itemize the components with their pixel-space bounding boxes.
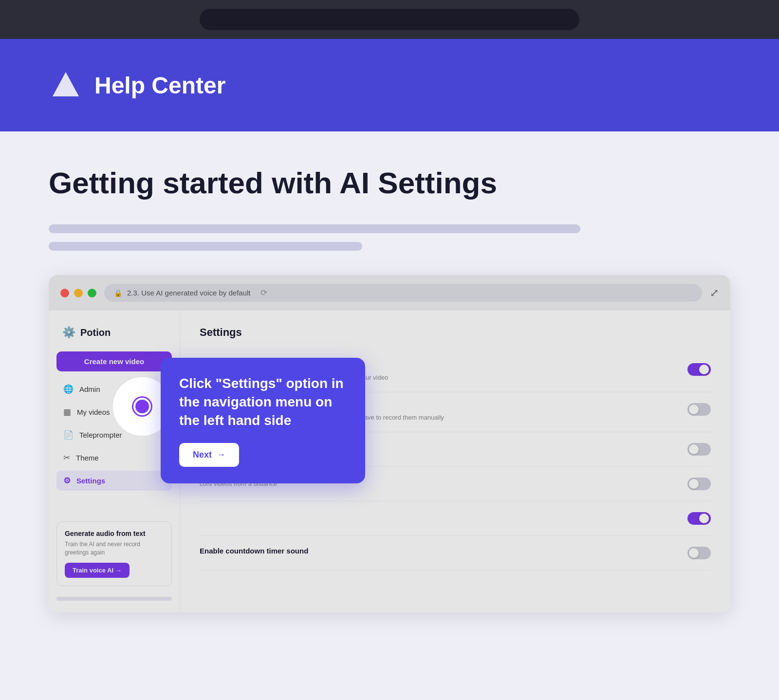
tooltip-bubble: Click "Settings" option in the navigatio… <box>161 358 365 483</box>
settings-icon: ⚙ <box>63 476 71 486</box>
svg-marker-0 <box>53 72 79 96</box>
browser-window: 🔒 2.3. Use AI generated voice by default… <box>49 275 730 612</box>
potion-logo-icon: ⚙️ <box>62 326 75 339</box>
setting-item-countdown: Enable countdown timer sound <box>200 536 711 571</box>
settings-heading: Settings <box>200 326 711 339</box>
skeleton-bar-long <box>49 224 580 233</box>
theme-icon: ✂ <box>63 453 70 463</box>
browser-address-bar <box>200 9 579 30</box>
toggle-misc[interactable] <box>687 512 711 525</box>
sidebar-item-myvideos-label: My videos <box>77 408 110 416</box>
admin-icon: 🌐 <box>63 384 74 394</box>
toggle-track-wpm[interactable] <box>687 443 711 456</box>
toggle-ai-voice[interactable] <box>687 403 711 416</box>
setting-info-countdown: Enable countdown timer sound <box>200 547 308 557</box>
sidebar-logo: ⚙️ Potion <box>56 322 172 343</box>
traffic-light-yellow[interactable] <box>74 289 83 297</box>
traffic-light-red[interactable] <box>60 289 69 297</box>
browser-chrome: 🔒 2.3. Use AI generated voice by default… <box>49 275 730 311</box>
toggle-track-misc[interactable] <box>687 512 711 525</box>
toggle-thumb-subtitles <box>699 365 709 374</box>
help-logo-icon <box>49 68 83 102</box>
skeleton-bar-medium <box>49 242 362 251</box>
sidebar-card-desc: Train the AI and never record greetings … <box>65 540 164 557</box>
next-label: Next <box>193 450 212 460</box>
traffic-lights <box>60 289 96 297</box>
sidebar-item-teleprompter-label: Teleprompter <box>79 431 122 439</box>
sidebar-bottom-card <box>56 597 172 601</box>
spotlight-dot <box>133 398 151 415</box>
url-bar: 🔒 2.3. Use AI generated voice by default… <box>104 284 702 302</box>
toggle-thumb-wpm <box>689 444 699 454</box>
expand-icon[interactable]: ⤢ <box>710 287 719 299</box>
lock-icon: 🔒 <box>114 289 122 297</box>
sidebar-card: Generate audio from text Train the AI an… <box>56 521 172 586</box>
page-title: Getting started with AI Settings <box>49 166 730 200</box>
tooltip-text: Click "Settings" option in the navigatio… <box>179 374 347 429</box>
main-content: Getting started with AI Settings 🔒 2.3. … <box>0 131 779 700</box>
toggle-distance[interactable] <box>687 478 711 490</box>
setting-label-countdown: Enable countdown timer sound <box>200 547 308 555</box>
sidebar-card-title: Generate audio from text <box>65 530 164 537</box>
arrow-right-icon: → <box>217 450 225 460</box>
toggle-wpm[interactable] <box>687 443 711 456</box>
myvideos-icon: ▦ <box>63 407 71 417</box>
toggle-track-countdown[interactable] <box>687 547 711 559</box>
toggle-thumb-countdown <box>689 548 699 558</box>
toggle-track-distance[interactable] <box>687 478 711 490</box>
url-text: 2.3. Use AI generated voice by default <box>127 289 251 297</box>
sidebar-item-theme-label: Theme <box>76 454 99 462</box>
next-button[interactable]: Next → <box>179 443 239 467</box>
toggle-thumb-distance <box>689 479 699 489</box>
sidebar-item-theme[interactable]: ✂ Theme <box>56 448 172 468</box>
create-video-button[interactable]: Create new video <box>56 351 172 371</box>
potion-logo-text: Potion <box>80 327 111 338</box>
toggle-thumb-misc <box>699 514 709 523</box>
sidebar-item-admin-label: Admin <box>79 385 100 393</box>
teleprompter-icon: 📄 <box>63 430 74 440</box>
browser-bar <box>0 0 779 39</box>
train-voice-button[interactable]: Train voice AI → <box>65 563 130 578</box>
toggle-thumb-ai-voice <box>689 405 699 414</box>
toggle-track-ai-voice[interactable] <box>687 403 711 416</box>
toggle-countdown[interactable] <box>687 547 711 559</box>
help-logo-container: Help Center <box>49 68 225 102</box>
sidebar-item-settings-label: Settings <box>76 477 105 485</box>
refresh-icon[interactable]: ⟳ <box>260 288 267 298</box>
setting-item-misc <box>200 501 711 536</box>
traffic-light-green[interactable] <box>88 289 96 297</box>
sidebar-item-settings[interactable]: ⚙ Settings <box>56 471 172 491</box>
toggle-subtitles[interactable] <box>687 363 711 376</box>
app-inner: ⚙️ Potion Create new video 🌐 Admin ▦ My … <box>49 311 730 612</box>
help-center-header: Help Center <box>0 39 779 131</box>
toggle-track-subtitles[interactable] <box>687 363 711 376</box>
help-center-title: Help Center <box>94 72 225 99</box>
